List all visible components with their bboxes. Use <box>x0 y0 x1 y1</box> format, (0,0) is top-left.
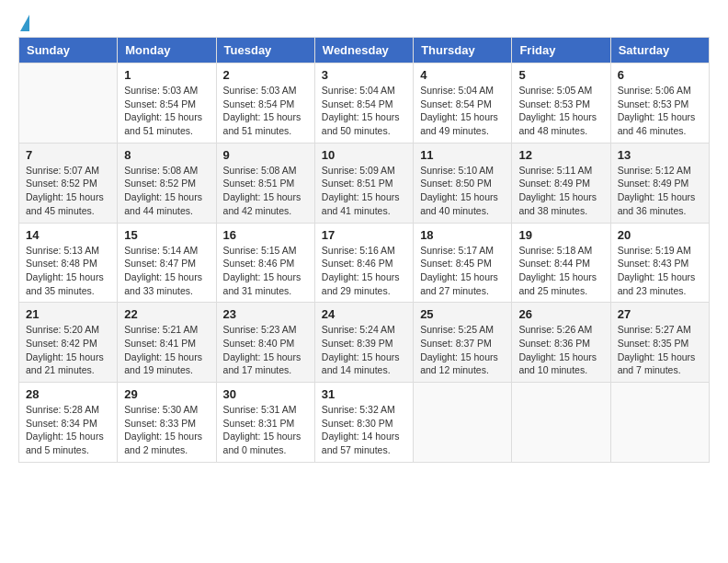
calendar-cell: 16Sunrise: 5:15 AM Sunset: 8:46 PM Dayli… <box>216 223 314 303</box>
calendar-cell: 12Sunrise: 5:11 AM Sunset: 8:49 PM Dayli… <box>512 143 610 223</box>
day-number: 21 <box>26 307 110 321</box>
day-number: 22 <box>124 307 209 321</box>
day-info: Sunrise: 5:26 AM Sunset: 8:36 PM Dayligh… <box>518 323 603 377</box>
day-number: 11 <box>420 148 505 162</box>
calendar-cell: 19Sunrise: 5:18 AM Sunset: 8:44 PM Dayli… <box>512 223 610 303</box>
day-number: 28 <box>26 387 110 401</box>
day-number: 7 <box>26 148 110 162</box>
calendar-cell: 25Sunrise: 5:25 AM Sunset: 8:37 PM Dayli… <box>414 303 512 383</box>
day-info: Sunrise: 5:04 AM Sunset: 8:54 PM Dayligh… <box>420 84 505 138</box>
calendar-cell: 17Sunrise: 5:16 AM Sunset: 8:46 PM Dayli… <box>314 223 413 303</box>
calendar-cell: 30Sunrise: 5:31 AM Sunset: 8:31 PM Dayli… <box>216 383 314 463</box>
calendar-weekday-thursday: Thursday <box>414 38 512 63</box>
day-number: 15 <box>124 228 209 242</box>
logo <box>18 18 29 28</box>
day-number: 23 <box>223 307 308 321</box>
calendar-week-row: 1Sunrise: 5:03 AM Sunset: 8:54 PM Daylig… <box>19 63 710 144</box>
calendar-weekday-monday: Monday <box>118 38 216 63</box>
calendar-cell: 21Sunrise: 5:20 AM Sunset: 8:42 PM Dayli… <box>19 303 118 383</box>
day-info: Sunrise: 5:19 AM Sunset: 8:43 PM Dayligh… <box>618 244 702 298</box>
calendar-cell: 4Sunrise: 5:04 AM Sunset: 8:54 PM Daylig… <box>414 63 512 144</box>
calendar-cell: 14Sunrise: 5:13 AM Sunset: 8:48 PM Dayli… <box>19 223 118 303</box>
day-info: Sunrise: 5:23 AM Sunset: 8:40 PM Dayligh… <box>223 323 308 377</box>
day-info: Sunrise: 5:14 AM Sunset: 8:47 PM Dayligh… <box>124 244 209 298</box>
day-number: 12 <box>518 148 603 162</box>
day-number: 14 <box>26 228 110 242</box>
day-info: Sunrise: 5:08 AM Sunset: 8:51 PM Dayligh… <box>223 164 308 218</box>
day-info: Sunrise: 5:07 AM Sunset: 8:52 PM Dayligh… <box>26 164 110 218</box>
day-number: 8 <box>124 148 209 162</box>
day-info: Sunrise: 5:03 AM Sunset: 8:54 PM Dayligh… <box>124 84 209 138</box>
page-header <box>18 18 710 28</box>
day-info: Sunrise: 5:11 AM Sunset: 8:49 PM Dayligh… <box>518 164 603 218</box>
calendar-cell <box>512 383 610 463</box>
calendar-cell: 23Sunrise: 5:23 AM Sunset: 8:40 PM Dayli… <box>216 303 314 383</box>
day-info: Sunrise: 5:16 AM Sunset: 8:46 PM Dayligh… <box>322 244 406 298</box>
calendar-cell: 10Sunrise: 5:09 AM Sunset: 8:51 PM Dayli… <box>314 143 413 223</box>
day-number: 27 <box>618 307 702 321</box>
calendar-cell: 26Sunrise: 5:26 AM Sunset: 8:36 PM Dayli… <box>512 303 610 383</box>
day-number: 19 <box>518 228 603 242</box>
calendar-cell <box>414 383 512 463</box>
day-info: Sunrise: 5:21 AM Sunset: 8:41 PM Dayligh… <box>124 323 209 377</box>
day-info: Sunrise: 5:13 AM Sunset: 8:48 PM Dayligh… <box>26 244 110 298</box>
calendar-cell: 11Sunrise: 5:10 AM Sunset: 8:50 PM Dayli… <box>414 143 512 223</box>
day-info: Sunrise: 5:17 AM Sunset: 8:45 PM Dayligh… <box>420 244 505 298</box>
calendar-week-row: 28Sunrise: 5:28 AM Sunset: 8:34 PM Dayli… <box>19 383 710 463</box>
day-info: Sunrise: 5:27 AM Sunset: 8:35 PM Dayligh… <box>618 323 702 377</box>
calendar-cell: 28Sunrise: 5:28 AM Sunset: 8:34 PM Dayli… <box>19 383 118 463</box>
day-number: 16 <box>223 228 308 242</box>
calendar-cell: 15Sunrise: 5:14 AM Sunset: 8:47 PM Dayli… <box>118 223 216 303</box>
calendar-table: SundayMondayTuesdayWednesdayThursdayFrid… <box>18 37 710 463</box>
logo-triangle <box>20 15 29 31</box>
day-number: 3 <box>322 68 406 82</box>
day-info: Sunrise: 5:31 AM Sunset: 8:31 PM Dayligh… <box>223 403 308 457</box>
calendar-cell: 13Sunrise: 5:12 AM Sunset: 8:49 PM Dayli… <box>610 143 709 223</box>
day-number: 25 <box>420 307 505 321</box>
calendar-weekday-friday: Friday <box>512 38 610 63</box>
calendar-cell: 24Sunrise: 5:24 AM Sunset: 8:39 PM Dayli… <box>314 303 413 383</box>
day-number: 30 <box>223 387 308 401</box>
calendar-weekday-tuesday: Tuesday <box>216 38 314 63</box>
day-info: Sunrise: 5:15 AM Sunset: 8:46 PM Dayligh… <box>223 244 308 298</box>
day-info: Sunrise: 5:24 AM Sunset: 8:39 PM Dayligh… <box>322 323 406 377</box>
calendar-week-row: 21Sunrise: 5:20 AM Sunset: 8:42 PM Dayli… <box>19 303 710 383</box>
day-info: Sunrise: 5:10 AM Sunset: 8:50 PM Dayligh… <box>420 164 505 218</box>
calendar-cell: 22Sunrise: 5:21 AM Sunset: 8:41 PM Dayli… <box>118 303 216 383</box>
calendar-cell: 5Sunrise: 5:05 AM Sunset: 8:53 PM Daylig… <box>512 63 610 144</box>
day-info: Sunrise: 5:18 AM Sunset: 8:44 PM Dayligh… <box>518 244 603 298</box>
calendar-cell: 8Sunrise: 5:08 AM Sunset: 8:52 PM Daylig… <box>118 143 216 223</box>
day-number: 9 <box>223 148 308 162</box>
calendar-weekday-wednesday: Wednesday <box>314 38 413 63</box>
day-number: 29 <box>124 387 209 401</box>
day-info: Sunrise: 5:12 AM Sunset: 8:49 PM Dayligh… <box>618 164 702 218</box>
calendar-header-row: SundayMondayTuesdayWednesdayThursdayFrid… <box>19 38 710 63</box>
day-info: Sunrise: 5:09 AM Sunset: 8:51 PM Dayligh… <box>322 164 406 218</box>
calendar-weekday-saturday: Saturday <box>610 38 709 63</box>
day-info: Sunrise: 5:06 AM Sunset: 8:53 PM Dayligh… <box>618 84 702 138</box>
day-info: Sunrise: 5:08 AM Sunset: 8:52 PM Dayligh… <box>124 164 209 218</box>
calendar-cell: 6Sunrise: 5:06 AM Sunset: 8:53 PM Daylig… <box>610 63 709 144</box>
calendar-week-row: 14Sunrise: 5:13 AM Sunset: 8:48 PM Dayli… <box>19 223 710 303</box>
day-info: Sunrise: 5:28 AM Sunset: 8:34 PM Dayligh… <box>26 403 110 457</box>
day-number: 24 <box>322 307 406 321</box>
day-number: 2 <box>223 68 308 82</box>
calendar-cell: 31Sunrise: 5:32 AM Sunset: 8:30 PM Dayli… <box>314 383 413 463</box>
day-info: Sunrise: 5:20 AM Sunset: 8:42 PM Dayligh… <box>26 323 110 377</box>
calendar-cell: 20Sunrise: 5:19 AM Sunset: 8:43 PM Dayli… <box>610 223 709 303</box>
day-number: 17 <box>322 228 406 242</box>
calendar-cell: 27Sunrise: 5:27 AM Sunset: 8:35 PM Dayli… <box>610 303 709 383</box>
calendar-cell <box>19 63 118 144</box>
day-number: 20 <box>618 228 702 242</box>
day-info: Sunrise: 5:05 AM Sunset: 8:53 PM Dayligh… <box>518 84 603 138</box>
day-number: 1 <box>124 68 209 82</box>
day-number: 6 <box>618 68 702 82</box>
calendar-week-row: 7Sunrise: 5:07 AM Sunset: 8:52 PM Daylig… <box>19 143 710 223</box>
day-info: Sunrise: 5:25 AM Sunset: 8:37 PM Dayligh… <box>420 323 505 377</box>
calendar-cell: 7Sunrise: 5:07 AM Sunset: 8:52 PM Daylig… <box>19 143 118 223</box>
calendar-cell: 9Sunrise: 5:08 AM Sunset: 8:51 PM Daylig… <box>216 143 314 223</box>
calendar-cell: 18Sunrise: 5:17 AM Sunset: 8:45 PM Dayli… <box>414 223 512 303</box>
calendar-cell: 2Sunrise: 5:03 AM Sunset: 8:54 PM Daylig… <box>216 63 314 144</box>
calendar-cell: 1Sunrise: 5:03 AM Sunset: 8:54 PM Daylig… <box>118 63 216 144</box>
day-number: 18 <box>420 228 505 242</box>
